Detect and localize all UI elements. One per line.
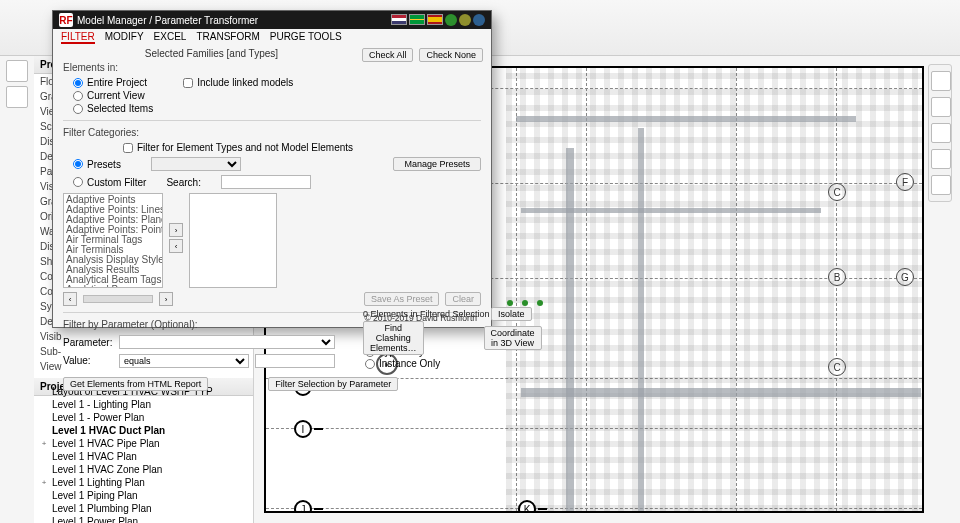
check-none-button[interactable]: Check None	[419, 48, 483, 62]
info-icon[interactable]	[473, 14, 485, 26]
radio-presets[interactable]: Presets	[63, 159, 121, 170]
navbar-btn[interactable]	[931, 123, 951, 143]
tree-item[interactable]: Level 1 HVAC Plan	[40, 450, 247, 463]
value-op-dropdown[interactable]: equals	[119, 354, 249, 368]
model-manager-dialog: RF Model Manager / Parameter Transformer…	[52, 10, 492, 328]
right-vertical-toolbar	[928, 64, 952, 202]
flag-br-icon[interactable]	[409, 14, 425, 25]
check-all-button[interactable]: Check All	[362, 48, 414, 62]
scroll-left-button[interactable]: ‹	[63, 292, 77, 306]
navbar-btn[interactable]	[931, 97, 951, 117]
tree-item[interactable]: Level 1 HVAC Duct Plan	[40, 424, 247, 437]
tab-modify[interactable]: MODIFY	[105, 31, 144, 44]
flag-es-icon[interactable]	[427, 14, 443, 25]
move-right-button[interactable]: ›	[169, 223, 183, 237]
tree-item[interactable]: +Level 1 Lighting Plan	[40, 476, 247, 489]
tab-purge[interactable]: PURGE TOOLS	[270, 31, 342, 44]
tool-btn[interactable]	[6, 60, 28, 82]
filter-types-checkbox[interactable]: Filter for Element Types and not Model E…	[63, 142, 481, 153]
tree-item[interactable]: Level 1 Plumbing Plan	[40, 502, 247, 515]
get-elements-button[interactable]: Get Elements from HTML Report	[63, 377, 208, 391]
section-marker[interactable]: J	[294, 500, 312, 513]
coordinate-3d-button[interactable]: Coordinate in 3D View	[484, 326, 542, 350]
navbar-btn[interactable]	[931, 149, 951, 169]
settings-icon[interactable]	[459, 14, 471, 26]
manage-presets-button[interactable]: Manage Presets	[393, 157, 481, 171]
category-scrollbar[interactable]	[83, 295, 153, 303]
include-linked-checkbox[interactable]: Include linked models	[183, 77, 293, 88]
tool-btn[interactable]	[6, 86, 28, 108]
selected-categories-listbox[interactable]	[189, 193, 277, 288]
navbar-btn[interactable]	[931, 71, 951, 91]
project-browser-tree[interactable]: Layout of Level 1 HVAC WSHP TYPLevel 1 -…	[34, 381, 253, 523]
move-left-button[interactable]: ‹	[169, 239, 183, 253]
dialog-tabs: FILTER MODIFY EXCEL TRANSFORM PURGE TOOL…	[53, 29, 491, 46]
find-clashing-button[interactable]: Find Clashing Elements…	[363, 321, 424, 355]
view-markers	[507, 300, 543, 306]
tab-excel[interactable]: EXCEL	[154, 31, 187, 44]
tree-item[interactable]: Level 1 Power Plan	[40, 515, 247, 523]
elements-in-label: Elements in:	[63, 62, 481, 73]
radio-entire-project[interactable]: Entire Project	[73, 77, 153, 88]
tree-item[interactable]: Level 1 Piping Plan	[40, 489, 247, 502]
value-input[interactable]	[255, 354, 335, 368]
help-icon[interactable]	[445, 14, 457, 26]
radio-instance-only[interactable]: Instance Only	[365, 358, 440, 369]
tab-transform[interactable]: TRANSFORM	[196, 31, 259, 44]
section-marker[interactable]: K	[518, 500, 536, 513]
scroll-right-button[interactable]: ›	[159, 292, 173, 306]
clear-button[interactable]: Clear	[445, 292, 481, 306]
tree-item[interactable]: +Level 1 HVAC Pipe Plan	[40, 437, 247, 450]
save-as-preset-button[interactable]: Save As Preset	[364, 292, 440, 306]
tree-item[interactable]: Level 1 - Power Plan	[40, 411, 247, 424]
flag-us-icon[interactable]	[391, 14, 407, 25]
category-item[interactable]: Analytical Beams	[66, 285, 160, 288]
section-marker[interactable]: I	[294, 420, 312, 438]
isolate-button[interactable]: Isolate	[491, 307, 532, 321]
radio-selected-items[interactable]: Selected Items	[73, 103, 153, 114]
presets-dropdown[interactable]	[151, 157, 241, 171]
tree-item[interactable]: Level 1 - Lighting Plan	[40, 398, 247, 411]
filter-categories-label: Filter Categories:	[63, 127, 481, 138]
filter-selection-button[interactable]: Filter Selection by Parameter	[268, 377, 398, 391]
search-label: Search:	[166, 177, 200, 188]
radio-current-view[interactable]: Current View	[73, 90, 153, 101]
search-input[interactable]	[221, 175, 311, 189]
titlebar[interactable]: RF Model Manager / Parameter Transformer	[53, 11, 491, 29]
left-toolbar	[6, 60, 30, 108]
categories-listbox[interactable]: Adaptive PointsAdaptive Points: LinesAda…	[63, 193, 163, 288]
tree-item[interactable]: Level 1 HVAC Zone Plan	[40, 463, 247, 476]
copyright-text: © 2010-2019 David Rushforth	[364, 313, 477, 323]
radio-custom-filter[interactable]: Custom Filter	[63, 177, 146, 188]
app-logo-icon: RF	[59, 13, 73, 27]
value-label: Value:	[63, 355, 113, 366]
parameter-dropdown[interactable]	[119, 335, 335, 349]
selected-families-label: Selected Families [and Types]	[145, 48, 278, 59]
dialog-title: Model Manager / Parameter Transformer	[77, 15, 258, 26]
navbar-btn[interactable]	[931, 175, 951, 195]
tab-filter[interactable]: FILTER	[61, 31, 95, 44]
parameter-label: Parameter:	[63, 337, 113, 348]
